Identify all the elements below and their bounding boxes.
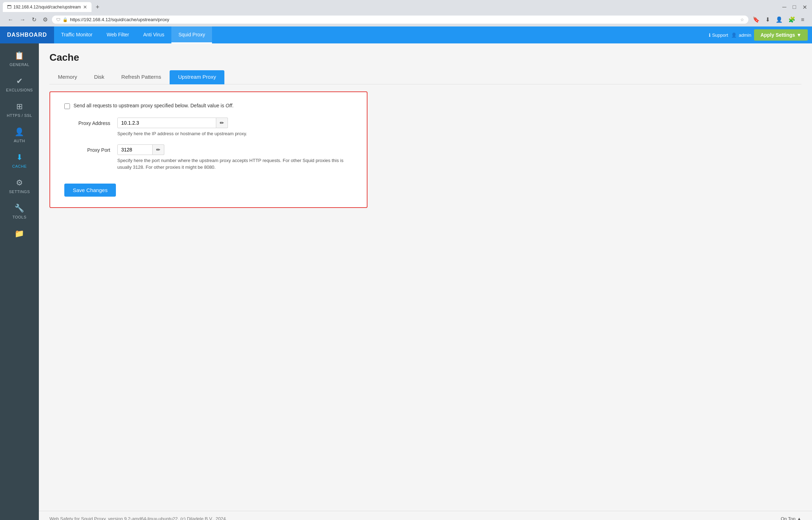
download-btn[interactable]: ⬇ — [763, 15, 772, 24]
upstream-checkbox[interactable] — [64, 103, 70, 109]
back-button[interactable]: ← — [6, 15, 16, 24]
tab-close-button[interactable]: ✕ — [83, 4, 87, 10]
sidebar-item-auth[interactable]: 👤 AUTH — [0, 122, 39, 148]
security-icon: 🛡 — [56, 17, 60, 22]
proxy-port-edit-button[interactable]: ✏ — [153, 144, 164, 155]
tab-memory[interactable]: Memory — [49, 70, 86, 84]
edit-icon: ✏ — [156, 147, 160, 153]
lock-icon: 🔒 — [63, 17, 68, 22]
window-minimize-button[interactable]: ─ — [780, 2, 788, 12]
bookmark-btn[interactable]: 🔖 — [751, 15, 762, 24]
proxy-port-input[interactable] — [117, 144, 153, 155]
star-icon[interactable]: ☆ — [740, 17, 744, 22]
proxy-port-label: Proxy Port — [64, 144, 110, 153]
forward-button[interactable]: → — [18, 15, 28, 24]
proxy-address-input[interactable] — [117, 118, 216, 128]
files-icon: 📁 — [14, 229, 24, 238]
support-button[interactable]: ℹ Support — [709, 32, 728, 38]
sidebar-item-files[interactable]: 📁 — [0, 224, 39, 243]
tab-title: 192.168.4.12/squid/cache/upstream — [13, 5, 81, 10]
url-bar[interactable]: 🛡 🔒 https://192.168.4.12/squid/cache/ups… — [52, 16, 748, 24]
main-layout: 📋 GENERAL ✔ EXCLUSIONS ⊞ HTTPS / SSL 👤 A… — [0, 43, 812, 520]
nav-squid-proxy[interactable]: Squid Proxy — [171, 26, 212, 43]
nav-anti-virus[interactable]: Anti Virus — [136, 26, 171, 43]
footer: Web Safety for Squid Proxy, version 9.2-… — [39, 511, 812, 520]
tabs: Memory Disk Refresh Patterns Upstream Pr… — [49, 70, 801, 84]
proxy-port-field: ✏ Specify here the port number where the… — [117, 144, 353, 171]
user-icon: 👤 — [731, 32, 737, 38]
profile-btn[interactable]: 👤 — [773, 15, 785, 24]
proxy-port-row: Proxy Port ✏ Specify here the port numbe… — [64, 144, 353, 171]
sidebar-item-https-ssl[interactable]: ⊞ HTTPS / SSL — [0, 97, 39, 122]
general-icon: 📋 — [14, 51, 24, 60]
tools-icon: 🔧 — [14, 204, 24, 213]
browser-titlebar: 🗔 192.168.4.12/squid/cache/upstream ✕ + … — [3, 2, 809, 12]
window-maximize-button[interactable]: □ — [790, 2, 798, 12]
extensions-btn[interactable]: 🧩 — [786, 15, 798, 24]
tab-disk[interactable]: Disk — [86, 70, 113, 84]
menu-btn[interactable]: ≡ — [799, 15, 806, 24]
sidebar-item-cache[interactable]: ⬇ CACHE — [0, 148, 39, 173]
browser-tab[interactable]: 🗔 192.168.4.12/squid/cache/upstream ✕ — [3, 2, 92, 12]
url-text: https://192.168.4.12/squid/cache/upstrea… — [70, 17, 738, 22]
edit-icon: ✏ — [220, 120, 224, 126]
page-title: Cache — [49, 52, 801, 63]
auth-icon: 👤 — [14, 127, 24, 137]
cache-icon: ⬇ — [16, 153, 23, 162]
proxy-address-field: ✏ Specify here the IP address or hostnam… — [117, 118, 353, 137]
on-top-button[interactable]: On Top ▲ — [781, 516, 801, 520]
apply-settings-button[interactable]: Apply Settings ▼ — [754, 29, 808, 41]
proxy-port-input-group: ✏ — [117, 144, 353, 155]
exclusions-icon: ✔ — [16, 77, 23, 86]
footer-text: Web Safety for Squid Proxy, version 9.2-… — [49, 516, 227, 520]
nav-traffic-monitor[interactable]: Traffic Monitor — [54, 26, 100, 43]
settings-icon: ⚙ — [16, 178, 23, 187]
proxy-port-help: Specify here the port number where the u… — [117, 157, 353, 171]
browser-nav: ← → ↻ ⚙ 🛡 🔒 https://192.168.4.12/squid/c… — [3, 13, 809, 26]
form-panel: Send all requests to upstream proxy spec… — [49, 91, 367, 208]
app-header: DASHBOARD Traffic Monitor Web Filter Ant… — [0, 26, 812, 43]
upstream-checkbox-row: Send all requests to upstream proxy spec… — [64, 103, 353, 109]
window-close-button[interactable]: ✕ — [800, 2, 809, 12]
reload-button[interactable]: ↻ — [30, 15, 39, 24]
proxy-address-row: Proxy Address ✏ Specify here the IP addr… — [64, 118, 353, 137]
proxy-address-label: Proxy Address — [64, 118, 110, 126]
extra-button[interactable]: ⚙ — [41, 15, 50, 24]
dropdown-icon: ▼ — [796, 32, 801, 38]
admin-button[interactable]: 👤 admin — [731, 32, 751, 38]
https-ssl-icon: ⊞ — [16, 102, 23, 111]
proxy-address-help: Specify here the IP address or hostname … — [117, 130, 353, 137]
new-tab-button[interactable]: + — [94, 4, 102, 11]
main-content: Cache Memory Disk Refresh Patterns Upstr… — [39, 43, 812, 511]
sidebar-item-tools[interactable]: 🔧 TOOLS — [0, 199, 39, 224]
browser-chrome: 🗔 192.168.4.12/squid/cache/upstream ✕ + … — [0, 0, 812, 26]
proxy-address-edit-button[interactable]: ✏ — [216, 118, 228, 128]
tab-favicon: 🗔 — [7, 5, 11, 10]
tab-refresh-patterns[interactable]: Refresh Patterns — [113, 70, 170, 84]
app-nav: Traffic Monitor Web Filter Anti Virus Sq… — [54, 26, 705, 43]
header-right: ℹ Support 👤 admin Apply Settings ▼ — [705, 29, 812, 41]
checkbox-label: Send all requests to upstream proxy spec… — [73, 103, 234, 108]
proxy-address-input-group: ✏ — [117, 118, 353, 128]
nav-web-filter[interactable]: Web Filter — [100, 26, 136, 43]
sidebar-item-settings[interactable]: ⚙ SETTINGS — [0, 173, 39, 199]
sidebar: 📋 GENERAL ✔ EXCLUSIONS ⊞ HTTPS / SSL 👤 A… — [0, 43, 39, 520]
browser-actions: 🔖 ⬇ 👤 🧩 ≡ — [751, 15, 806, 24]
info-icon: ℹ — [709, 32, 711, 38]
save-changes-button[interactable]: Save Changes — [64, 184, 116, 197]
sidebar-item-general[interactable]: 📋 GENERAL — [0, 46, 39, 72]
app-logo: DASHBOARD — [0, 26, 54, 43]
chevron-up-icon: ▲ — [797, 516, 801, 520]
sidebar-item-exclusions[interactable]: ✔ EXCLUSIONS — [0, 72, 39, 97]
tab-upstream-proxy[interactable]: Upstream Proxy — [170, 70, 225, 84]
